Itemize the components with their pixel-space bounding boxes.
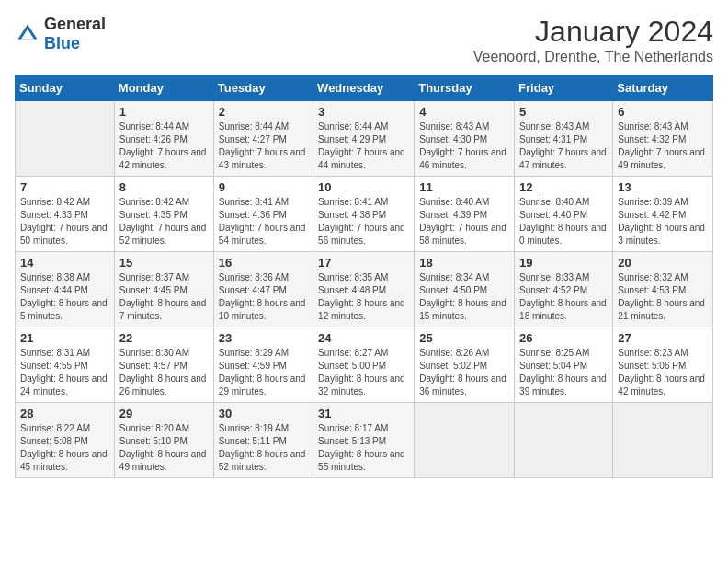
weekday-header-saturday: Saturday [613, 75, 713, 101]
day-number: 11 [419, 180, 509, 194]
day-info: Sunrise: 8:44 AMSunset: 4:26 PMDaylight:… [119, 121, 209, 172]
day-info: Sunrise: 8:35 AMSunset: 4:48 PMDaylight:… [318, 271, 409, 323]
day-info: Sunrise: 8:43 AMSunset: 4:32 PMDaylight:… [618, 121, 708, 172]
weekday-header-row: SundayMondayTuesdayWednesdayThursdayFrid… [16, 75, 713, 101]
logo: General Blue [15, 15, 106, 53]
day-info: Sunrise: 8:19 AMSunset: 5:11 PMDaylight:… [219, 422, 308, 474]
calendar-cell: 24Sunrise: 8:27 AMSunset: 5:00 PMDayligh… [313, 327, 415, 403]
day-number: 19 [519, 256, 608, 270]
day-number: 16 [219, 256, 308, 270]
day-info: Sunrise: 8:29 AMSunset: 4:59 PMDaylight:… [219, 347, 308, 398]
day-info: Sunrise: 8:17 AMSunset: 5:13 PMDaylight:… [318, 422, 409, 474]
calendar-cell: 21Sunrise: 8:31 AMSunset: 4:55 PMDayligh… [16, 327, 115, 403]
calendar-cell: 12Sunrise: 8:40 AMSunset: 4:40 PMDayligh… [515, 177, 613, 252]
calendar-cell [415, 403, 515, 478]
day-info: Sunrise: 8:39 AMSunset: 4:42 PMDaylight:… [618, 196, 708, 247]
calendar-cell: 9Sunrise: 8:41 AMSunset: 4:36 PMDaylight… [213, 177, 313, 252]
calendar-cell: 2Sunrise: 8:44 AMSunset: 4:27 PMDaylight… [213, 101, 313, 177]
day-info: Sunrise: 8:20 AMSunset: 5:10 PMDaylight:… [119, 422, 209, 474]
day-number: 5 [519, 105, 608, 119]
calendar-body: 1Sunrise: 8:44 AMSunset: 4:26 PMDaylight… [16, 101, 713, 478]
day-number: 2 [219, 105, 308, 119]
day-info: Sunrise: 8:32 AMSunset: 4:53 PMDaylight:… [618, 271, 708, 323]
day-number: 8 [119, 180, 209, 194]
calendar-cell: 3Sunrise: 8:44 AMSunset: 4:29 PMDaylight… [313, 101, 415, 177]
day-info: Sunrise: 8:43 AMSunset: 4:31 PMDaylight:… [519, 121, 608, 172]
calendar-week-4: 21Sunrise: 8:31 AMSunset: 4:55 PMDayligh… [16, 327, 713, 403]
calendar-subtitle: Veenoord, Drenthe, The Netherlands [473, 49, 713, 65]
title-area: January 2024 Veenoord, Drenthe, The Neth… [473, 15, 713, 65]
day-number: 25 [419, 331, 509, 345]
day-number: 12 [519, 180, 608, 194]
day-number: 7 [20, 180, 109, 194]
day-number: 15 [119, 256, 209, 270]
header: General Blue January 2024 Veenoord, Dren… [15, 15, 713, 65]
day-number: 10 [318, 180, 409, 194]
day-number: 13 [618, 180, 708, 194]
calendar-cell: 31Sunrise: 8:17 AMSunset: 5:13 PMDayligh… [313, 403, 415, 478]
calendar-cell: 13Sunrise: 8:39 AMSunset: 4:42 PMDayligh… [613, 177, 713, 252]
calendar-cell: 14Sunrise: 8:38 AMSunset: 4:44 PMDayligh… [16, 252, 115, 327]
day-number: 26 [519, 331, 608, 345]
day-info: Sunrise: 8:31 AMSunset: 4:55 PMDaylight:… [20, 347, 109, 398]
day-info: Sunrise: 8:42 AMSunset: 4:33 PMDaylight:… [20, 196, 109, 247]
day-number: 29 [119, 407, 209, 420]
calendar-table: SundayMondayTuesdayWednesdayThursdayFrid… [15, 75, 713, 478]
calendar-cell: 4Sunrise: 8:43 AMSunset: 4:30 PMDaylight… [415, 101, 515, 177]
day-info: Sunrise: 8:41 AMSunset: 4:38 PMDaylight:… [318, 196, 409, 247]
calendar-cell: 1Sunrise: 8:44 AMSunset: 4:26 PMDaylight… [114, 101, 213, 177]
calendar-cell: 25Sunrise: 8:26 AMSunset: 5:02 PMDayligh… [415, 327, 515, 403]
calendar-cell: 30Sunrise: 8:19 AMSunset: 5:11 PMDayligh… [213, 403, 313, 478]
calendar-cell: 23Sunrise: 8:29 AMSunset: 4:59 PMDayligh… [213, 327, 313, 403]
calendar-cell: 28Sunrise: 8:22 AMSunset: 5:08 PMDayligh… [16, 403, 115, 478]
calendar-cell: 15Sunrise: 8:37 AMSunset: 4:45 PMDayligh… [114, 252, 213, 327]
calendar-cell: 22Sunrise: 8:30 AMSunset: 4:57 PMDayligh… [114, 327, 213, 403]
calendar-title: January 2024 [473, 15, 713, 49]
calendar-cell: 11Sunrise: 8:40 AMSunset: 4:39 PMDayligh… [415, 177, 515, 252]
logo-text-blue: Blue [44, 34, 80, 52]
day-info: Sunrise: 8:38 AMSunset: 4:44 PMDaylight:… [20, 271, 109, 323]
weekday-header-monday: Monday [114, 75, 213, 101]
day-info: Sunrise: 8:43 AMSunset: 4:30 PMDaylight:… [419, 121, 509, 172]
day-number: 14 [20, 256, 109, 270]
day-info: Sunrise: 8:44 AMSunset: 4:29 PMDaylight:… [318, 121, 409, 172]
calendar-cell: 19Sunrise: 8:33 AMSunset: 4:52 PMDayligh… [515, 252, 613, 327]
day-info: Sunrise: 8:44 AMSunset: 4:27 PMDaylight:… [219, 121, 308, 172]
weekday-header-friday: Friday [515, 75, 613, 101]
day-info: Sunrise: 8:22 AMSunset: 5:08 PMDaylight:… [20, 422, 109, 474]
day-number: 31 [318, 407, 409, 420]
day-number: 21 [20, 331, 109, 345]
calendar-cell: 20Sunrise: 8:32 AMSunset: 4:53 PMDayligh… [613, 252, 713, 327]
day-info: Sunrise: 8:25 AMSunset: 5:04 PMDaylight:… [519, 347, 608, 398]
day-info: Sunrise: 8:23 AMSunset: 5:06 PMDaylight:… [618, 347, 708, 398]
day-number: 24 [318, 331, 409, 345]
calendar-cell [613, 403, 713, 478]
calendar-cell [16, 101, 115, 177]
day-info: Sunrise: 8:42 AMSunset: 4:35 PMDaylight:… [119, 196, 209, 247]
day-info: Sunrise: 8:26 AMSunset: 5:02 PMDaylight:… [419, 347, 509, 398]
day-number: 17 [318, 256, 409, 270]
day-info: Sunrise: 8:33 AMSunset: 4:52 PMDaylight:… [519, 271, 608, 323]
weekday-header-tuesday: Tuesday [213, 75, 313, 101]
day-number: 20 [618, 256, 708, 270]
day-number: 4 [419, 105, 509, 119]
day-info: Sunrise: 8:37 AMSunset: 4:45 PMDaylight:… [119, 271, 209, 323]
day-number: 6 [618, 105, 708, 119]
day-number: 1 [119, 105, 209, 119]
calendar-cell: 16Sunrise: 8:36 AMSunset: 4:47 PMDayligh… [213, 252, 313, 327]
weekday-header-sunday: Sunday [16, 75, 115, 101]
calendar-week-2: 7Sunrise: 8:42 AMSunset: 4:33 PMDaylight… [16, 177, 713, 252]
day-info: Sunrise: 8:40 AMSunset: 4:40 PMDaylight:… [519, 196, 608, 247]
day-info: Sunrise: 8:41 AMSunset: 4:36 PMDaylight:… [219, 196, 308, 247]
calendar-cell: 10Sunrise: 8:41 AMSunset: 4:38 PMDayligh… [313, 177, 415, 252]
day-info: Sunrise: 8:36 AMSunset: 4:47 PMDaylight:… [219, 271, 308, 323]
day-info: Sunrise: 8:40 AMSunset: 4:39 PMDaylight:… [419, 196, 509, 247]
day-number: 3 [318, 105, 409, 119]
day-info: Sunrise: 8:34 AMSunset: 4:50 PMDaylight:… [419, 271, 509, 323]
calendar-cell [515, 403, 613, 478]
calendar-week-5: 28Sunrise: 8:22 AMSunset: 5:08 PMDayligh… [16, 403, 713, 478]
calendar-cell: 8Sunrise: 8:42 AMSunset: 4:35 PMDaylight… [114, 177, 213, 252]
day-number: 23 [219, 331, 308, 345]
day-number: 9 [219, 180, 308, 194]
calendar-cell: 5Sunrise: 8:43 AMSunset: 4:31 PMDaylight… [515, 101, 613, 177]
